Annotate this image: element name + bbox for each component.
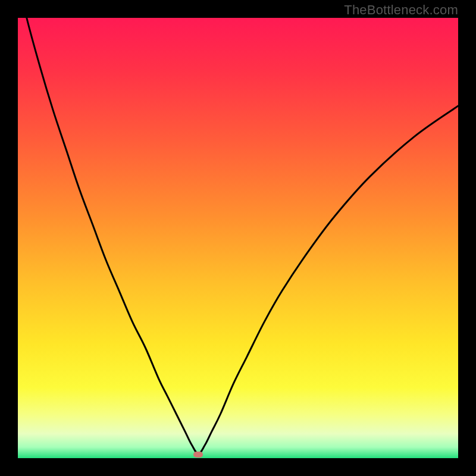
bottleneck-curve [18, 18, 458, 458]
chart-frame: TheBottleneck.com [0, 0, 476, 476]
watermark-text: TheBottleneck.com [344, 2, 458, 18]
optimum-marker [193, 452, 203, 458]
plot-area [18, 18, 458, 458]
